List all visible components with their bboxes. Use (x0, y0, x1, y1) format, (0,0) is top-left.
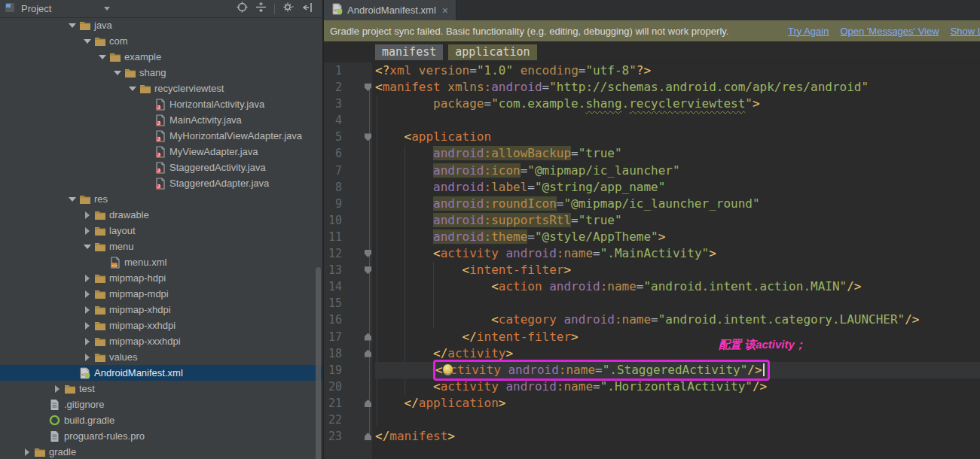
tree-item-layout[interactable]: layout (0, 223, 322, 239)
code-line-8[interactable]: android:label="@string/app_name" (375, 179, 980, 196)
code-lines[interactable]: <?xml version="1.0" encoding="utf-8"?><m… (375, 62, 980, 445)
link-open-messages-view[interactable]: Open 'Messages' View (840, 26, 939, 37)
tree-item-values[interactable]: values (0, 349, 322, 365)
chevron-collapsed-icon[interactable] (81, 304, 93, 316)
chevron-expanded-icon[interactable] (96, 51, 108, 63)
folder-icon (78, 193, 91, 205)
hide-panel-icon[interactable] (303, 2, 313, 16)
tree-item-menu[interactable]: menu (0, 239, 322, 254)
tree-item-com[interactable]: com (0, 33, 322, 49)
chevron-collapsed-icon[interactable] (51, 383, 63, 395)
chevron-collapsed-icon[interactable] (81, 320, 93, 332)
chevron-collapsed-icon[interactable] (21, 446, 33, 458)
code-line-2[interactable]: <manifest xmlns:android="http://schemas.… (375, 79, 980, 96)
token-ns: android (433, 180, 484, 194)
collapse-all-icon[interactable] (255, 2, 267, 16)
settings-gear-icon[interactable] (282, 2, 295, 16)
code-editor[interactable]: 1234567891011121314151617181920212223 <?… (324, 62, 980, 459)
code-line-6[interactable]: android:allowBackup="true" (375, 145, 980, 162)
intention-lightbulb-icon[interactable] (443, 364, 453, 374)
tree-item-staggeredactivity-java[interactable]: JStaggeredActivity.java (0, 160, 322, 175)
tree-item-myviewadapter-java[interactable]: JMyViewAdapter.java (0, 144, 322, 160)
link-try-again[interactable]: Try Again (788, 26, 829, 37)
tab-close-icon[interactable]: × (442, 5, 448, 17)
tab-androidmanifest[interactable]: <> AndroidManifest.xml × (324, 0, 456, 20)
chevron-expanded-icon[interactable] (111, 67, 124, 79)
code-line-10[interactable]: android:supportsRtl="true" (375, 212, 980, 229)
locate-icon[interactable] (237, 2, 248, 16)
tree-item-test[interactable]: test (0, 381, 322, 397)
chevron-expanded-icon[interactable] (66, 20, 78, 32)
fold-open-icon[interactable] (365, 250, 371, 257)
tree-item-mipmap-xxhdpi[interactable]: mipmap-xxhdpi (0, 318, 322, 333)
tree-item-mipmap-xxxhdpi[interactable]: mipmap-xxxhdpi (0, 333, 322, 349)
code-line-13[interactable]: <intent-filter> (375, 262, 980, 278)
tree-item-androidmanifest-xml[interactable]: <>AndroidManifest.xml (0, 365, 322, 381)
fold-close-icon[interactable] (365, 350, 371, 357)
chevron-collapsed-icon[interactable] (81, 225, 93, 237)
code-line-4[interactable] (375, 112, 980, 129)
breadcrumb-manifest[interactable]: manifest (375, 44, 443, 60)
tree-item--gitignore[interactable]: .gitignore (0, 397, 322, 412)
chevron-down-icon[interactable] (104, 7, 110, 11)
code-line-5[interactable]: <application (375, 129, 980, 145)
code-line-23[interactable]: </manifest> (375, 428, 980, 445)
chevron-collapsed-icon[interactable] (81, 336, 93, 348)
tree-item-label: shang (139, 67, 166, 78)
tree-item-mipmap-xhdpi[interactable]: mipmap-xhdpi (0, 302, 322, 318)
code-line-16[interactable]: <category android:name="android.intent.c… (375, 312, 980, 328)
code-line-21[interactable]: </application> (375, 395, 980, 412)
tree-item-horizontalactivity-java[interactable]: JHorizontalActivity.java (0, 96, 322, 112)
code-line-3[interactable]: package="com.example.shang.recyclerviewt… (375, 96, 980, 112)
code-line-19[interactable]: <activity android:name=".StaggeredActivi… (375, 362, 980, 378)
fold-open-icon[interactable] (365, 266, 371, 274)
tree-item-myhorizontalviewadapter-java[interactable]: JMyHorizontalViewAdapter.java (0, 128, 322, 144)
code-line-20[interactable]: <activity android:name=".HorizontalActiv… (375, 378, 980, 395)
code-line-17[interactable]: </intent-filter> (375, 329, 980, 345)
chevron-collapsed-icon[interactable] (81, 209, 93, 221)
tree-item-mipmap-hdpi[interactable]: mipmap-hdpi (0, 270, 322, 286)
code-line-14[interactable]: <action android:name="android.intent.act… (375, 278, 980, 295)
code-line-22[interactable] (375, 412, 980, 428)
tree-item-label: example (124, 51, 161, 62)
folder-icon (93, 209, 106, 221)
chevron-expanded-icon[interactable] (66, 193, 78, 205)
tree-item-build-gradle[interactable]: build.gradle (0, 412, 322, 428)
code-line-11[interactable]: android:theme="@style/AppTheme"> (375, 229, 980, 245)
tree-item-shang[interactable]: shang (0, 65, 322, 81)
chevron-expanded-icon[interactable] (81, 35, 93, 47)
chevron-expanded-icon[interactable] (81, 241, 93, 253)
tree-item-label: layout (109, 225, 136, 236)
tree-item-res[interactable]: res (0, 191, 322, 207)
tree-item-java[interactable]: java (0, 17, 322, 33)
project-tree-scrollbar[interactable] (316, 267, 321, 459)
chevron-collapsed-icon[interactable] (81, 288, 93, 300)
tree-item-recyclerviewtest[interactable]: recyclerviewtest (0, 81, 322, 96)
code-line-15[interactable] (375, 295, 980, 312)
link-show-log[interactable]: Show Lo (951, 26, 980, 37)
fold-close-icon[interactable] (365, 400, 371, 407)
code-line-1[interactable]: <?xml version="1.0" encoding="utf-8"?> (375, 62, 980, 79)
code-line-12[interactable]: <activity android:name=".MainActivity"> (375, 245, 980, 262)
tree-item-proguard-rules-pro[interactable]: proguard-rules.pro (0, 428, 322, 444)
chevron-expanded-icon[interactable] (127, 83, 139, 95)
tree-item-label: MyHorizontalViewAdapter.java (169, 130, 302, 141)
tree-item-staggeredadapter-java[interactable]: JStaggeredAdapter.java (0, 175, 322, 191)
token-eq: = (484, 96, 492, 111)
fold-close-icon[interactable] (365, 433, 371, 440)
fold-close-icon[interactable] (365, 333, 371, 341)
tree-item-example[interactable]: example (0, 49, 322, 65)
tree-item-drawable[interactable]: drawable (0, 207, 322, 223)
code-line-9[interactable]: android:roundIcon="@mipmap/ic_launcher_r… (375, 196, 980, 212)
tree-item-gradle[interactable]: gradle (0, 444, 322, 459)
chevron-collapsed-icon[interactable] (81, 272, 93, 284)
fold-open-icon[interactable] (365, 84, 371, 91)
tree-item-mipmap-mdpi[interactable]: mipmap-mdpi (0, 286, 322, 302)
breadcrumb-application[interactable]: application (448, 44, 536, 60)
token-br: </ (433, 346, 447, 360)
chevron-collapsed-icon[interactable] (81, 351, 93, 363)
code-line-7[interactable]: android:icon="@mipmap/ic_launcher" (375, 163, 980, 179)
tree-item-mainactivity-java[interactable]: JMainActivity.java (0, 112, 322, 128)
fold-open-icon[interactable] (365, 133, 371, 141)
tree-item-menu-xml[interactable]: <>menu.xml (0, 254, 322, 270)
